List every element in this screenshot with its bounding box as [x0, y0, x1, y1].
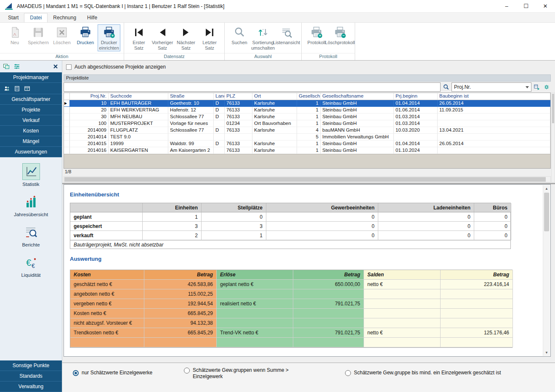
projectlist-scrollbar-thumb[interactable]: [552, 94, 554, 123]
table-row[interactable]: 100MUSTERPROJEKTVorlage für neues01234Or…: [64, 120, 550, 127]
tool-statistik[interactable]: Statistik: [0, 163, 62, 187]
auswertung-label: netto €: [364, 280, 441, 289]
auswertung-label: [217, 318, 293, 328]
column-header-plz[interactable]: PLZ: [225, 93, 252, 100]
table-row[interactable]: 2014014TEST 9.05Immobilien Verwaltungs G…: [64, 134, 550, 140]
einheiten-row-gespeichert: gespeichert33000: [70, 222, 510, 231]
toolbar-button-label: Neu: [11, 40, 19, 45]
einheiten-value: 0: [202, 212, 266, 222]
filter-settings-icon[interactable]: [13, 63, 20, 70]
einheiten-value: 0: [474, 222, 511, 231]
table-row[interactable]: 30MFH NEUBAUSchlossallee 77D76133Karlsru…: [64, 114, 550, 120]
view-settings-button[interactable]: [542, 82, 551, 92]
sidebar-item-mängel[interactable]: Mängel: [0, 136, 62, 147]
auswertung-row: [70, 338, 512, 347]
cell: MFH NEUBAU: [109, 114, 168, 120]
tool-jahresübersicht[interactable]: Jahresübersicht: [0, 193, 62, 217]
scroll-up-icon[interactable]: ▲: [543, 185, 550, 192]
nächster-satz-button[interactable]: Nächster Satz: [175, 24, 197, 51]
cell: 76133: [225, 100, 252, 107]
erster-satz-button[interactable]: Erster Satz: [127, 24, 150, 51]
column-header-land[interactable]: Land: [214, 93, 225, 100]
sidebar-item-verkauf[interactable]: Verkauf: [0, 115, 62, 126]
letzter-satz-button[interactable]: Letzter Satz: [198, 24, 221, 51]
vorheriger-satz-button[interactable]: Vorheriger Satz: [151, 24, 174, 51]
menu-rechnung[interactable]: Rechnung: [48, 13, 82, 22]
drucker-einrichten-button[interactable]: +Drucker einrichten: [98, 24, 120, 51]
menu-hilfe[interactable]: Hilfe: [82, 13, 103, 22]
show-closed-checkbox[interactable]: [66, 64, 72, 70]
löschprotokoll-button[interactable]: −Löschprotokoll: [329, 24, 351, 46]
table-row[interactable]: ▶10EFH BAUTRÄGERGoethestr. 10D76133Karls…: [64, 100, 550, 107]
table-row[interactable]: 20EFH WERKVERTRAGHafenstr. 12D76133Karls…: [64, 107, 550, 114]
cell: 01.03.2014: [394, 120, 438, 127]
panel-vertical-scrollbar[interactable]: ▲ ▼: [543, 185, 550, 356]
minimize-button[interactable]: –: [497, 0, 516, 12]
column-header-gesellsch[interactable]: Gesellsch: [297, 93, 321, 100]
svg-text:€: €: [26, 257, 31, 268]
sidebar-item-projekte[interactable]: Projekte: [0, 105, 62, 115]
radio-option-3[interactable]: Schätzwerte Gew.gruppe bis mind. ein Ein…: [345, 370, 501, 376]
maximize-button[interactable]: ☐: [516, 0, 536, 12]
radio-icon[interactable]: [345, 370, 351, 376]
panel-scrollbar-thumb[interactable]: [544, 193, 549, 231]
column-header-straße[interactable]: Straße: [168, 93, 214, 100]
listenansicht-button[interactable]: Listenansicht: [275, 24, 298, 46]
sort-field-combo[interactable]: Proj.Nr.: [451, 82, 531, 92]
sidebar-item-auswertungen[interactable]: Auswertungen: [0, 147, 62, 157]
sidebar-item-geschäftspartner[interactable]: Geschäftspartner: [0, 94, 62, 105]
scroll-down-icon[interactable]: ▼: [543, 349, 550, 356]
einheiten-value: 0: [266, 231, 378, 240]
column-header-baubeginn-ist[interactable]: Baubeginn ist: [438, 93, 550, 100]
table-row[interactable]: 2014016KAISERGARTENAm Kaisergarten 27613…: [64, 147, 550, 154]
sidebar-item-kosten[interactable]: Kosten: [0, 126, 62, 136]
close-panel-icon[interactable]: [52, 63, 59, 70]
chevron-down-icon: [526, 86, 529, 88]
column-header-suchcode[interactable]: Suchcode: [109, 93, 168, 100]
sidebar-header-projektmanager[interactable]: Projektmanager: [0, 72, 62, 83]
radio-option-2[interactable]: Schätzwerte Gew.gruppen wenn Summe > Ein…: [184, 367, 308, 380]
horizontal-scrollbar[interactable]: [64, 176, 551, 183]
auswertung-value: 223.416,14: [441, 280, 513, 289]
column-header-prj-beginn[interactable]: Prj.beginn: [394, 93, 438, 100]
projectlist-vertical-scrollbar[interactable]: [551, 93, 555, 183]
tool-berichte[interactable]: Berichte: [0, 224, 62, 247]
radio-icon[interactable]: [184, 368, 190, 373]
cell: [438, 147, 550, 154]
tool-liquidität[interactable]: €€Liquidität: [0, 254, 62, 278]
sidebar-item-sonstige-punkte[interactable]: Sonstige Punkte: [0, 360, 62, 371]
building-icon[interactable]: [14, 85, 20, 92]
cell: 01.03.2014: [394, 114, 438, 120]
show-closed-projects-row: Auch abgeschlossene Projekte anzeigen: [66, 64, 166, 70]
cell: Vorlage für neues: [168, 120, 214, 127]
sidebar-item-standards[interactable]: Standards: [0, 371, 62, 381]
search-input[interactable]: [64, 82, 441, 92]
search-button[interactable]: [442, 82, 450, 92]
menu-start[interactable]: Start: [3, 13, 24, 22]
auswertung-header-erlöse-2: Erlöse: [217, 270, 293, 280]
horizontal-scrollbar-thumb[interactable]: [64, 177, 546, 182]
cell: Waldstr. 99: [168, 140, 214, 147]
menu-datei[interactable]: Datei: [24, 13, 48, 22]
row-marker-gutter: [64, 107, 70, 114]
sortierung-umschalten-button[interactable]: Sortierung umschalten: [252, 24, 274, 51]
table-row[interactable]: 2014009FLUGPLATZSchlossallee 77D76133Kar…: [64, 127, 550, 134]
cell: D: [214, 100, 225, 107]
protokoll-button[interactable]: +Protokoll: [305, 24, 328, 46]
column-header-gesellschaftsname[interactable]: Gesellschaftsname: [321, 93, 394, 100]
close-button[interactable]: ✕: [536, 0, 555, 12]
löschen-button: Löschen: [50, 24, 73, 46]
radio-selected-icon[interactable]: [73, 370, 79, 376]
auswertung-value: 650.000,00: [293, 280, 364, 289]
projects-window-icon[interactable]: [24, 85, 30, 92]
radio-option-1[interactable]: nur Schätzwerte Einzelgewerke: [73, 370, 152, 376]
open-view-button[interactable]: [533, 82, 541, 92]
column-header-proj-nr[interactable]: Proj.Nr.: [70, 93, 109, 100]
drucken-button[interactable]: Drucken: [74, 24, 97, 46]
table-row[interactable]: 201401519999Waldstr. 99D76133Karlsruhe1S…: [64, 140, 550, 147]
windows-icon[interactable]: [3, 63, 10, 70]
contacts-icon[interactable]: [4, 85, 10, 92]
suchen-button[interactable]: Suchen: [228, 24, 251, 46]
column-header-ort[interactable]: Ort: [252, 93, 297, 100]
sidebar-item-verwaltung[interactable]: Verwaltung: [0, 381, 62, 392]
